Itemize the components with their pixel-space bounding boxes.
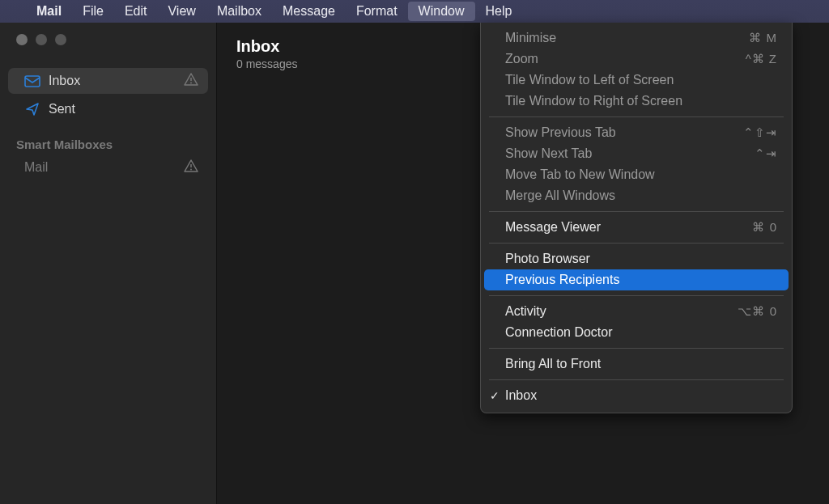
sidebar-item-inbox[interactable]: Inbox [8, 68, 208, 94]
menu-item-label: Bring All to Front [505, 357, 601, 371]
close-button[interactable] [16, 34, 28, 45]
menu-item-label: Inbox [505, 388, 537, 403]
menu-item-label: Previous Recipients [505, 273, 619, 287]
menu-message[interactable]: Message [272, 2, 346, 21]
menu-file[interactable]: File [72, 2, 114, 21]
menu-item-tile-left[interactable]: Tile Window to Left of Screen [481, 70, 792, 91]
menu-item-message-viewer[interactable]: Message Viewer ⌘ 0 [481, 217, 792, 238]
inbox-icon [24, 75, 40, 87]
menu-item-label: Connection Doctor [505, 325, 613, 340]
menu-item-minimise[interactable]: Minimise ⌘ M [481, 28, 792, 49]
menu-item-label: Merge All Windows [505, 188, 615, 203]
menu-item-photo-browser[interactable]: Photo Browser [481, 248, 792, 269]
sidebar-item-label: Inbox [49, 74, 80, 88]
sidebar-item-label: Mail [24, 160, 48, 175]
menu-item-zoom[interactable]: Zoom ^⌘ Z [481, 49, 792, 70]
menu-item-move-tab[interactable]: Move Tab to New Window [481, 164, 792, 185]
warning-icon [184, 73, 198, 89]
menu-item-label: Minimise [505, 31, 556, 45]
menu-item-tile-right[interactable]: Tile Window to Right of Screen [481, 91, 792, 112]
menu-view[interactable]: View [157, 2, 206, 21]
menu-item-shortcut: ⌘ M [749, 31, 777, 45]
window-menu-dropdown: Minimise ⌘ M Zoom ^⌘ Z Tile Window to Le… [480, 23, 793, 413]
menu-item-shortcut: ^⌘ Z [746, 52, 777, 66]
check-icon: ✓ [490, 389, 500, 402]
menu-edit[interactable]: Edit [114, 2, 158, 21]
menu-item-label: Show Next Tab [505, 146, 592, 161]
menu-item-shortcut: ⌥⌘ 0 [738, 304, 777, 319]
zoom-button[interactable] [55, 34, 66, 45]
menu-item-show-prev-tab[interactable]: Show Previous Tab ⌃⇧⇥ [481, 122, 792, 143]
menu-separator [489, 379, 784, 380]
menu-item-previous-recipients[interactable]: Previous Recipients [484, 269, 789, 290]
menu-mailbox[interactable]: Mailbox [206, 2, 272, 21]
menu-mail[interactable]: Mail [26, 2, 72, 21]
minimise-button[interactable] [36, 34, 47, 45]
menu-item-label: Tile Window to Left of Screen [505, 73, 674, 87]
menu-help[interactable]: Help [475, 2, 523, 21]
menu-item-shortcut: ⌃⇧⇥ [743, 125, 777, 140]
menu-item-label: Activity [505, 304, 546, 319]
traffic-lights [0, 34, 216, 45]
menu-item-connection-doctor[interactable]: Connection Doctor [481, 322, 792, 343]
menu-separator [489, 243, 784, 244]
sidebar-section-smart: Smart Mailboxes [0, 125, 216, 155]
sidebar-item-sent[interactable]: Sent [8, 97, 208, 121]
menu-item-shortcut: ⌃⇥ [755, 146, 777, 161]
warning-icon [184, 159, 198, 176]
svg-point-2 [190, 83, 192, 84]
sent-icon [24, 102, 40, 116]
svg-point-4 [190, 169, 192, 171]
menu-item-activity[interactable]: Activity ⌥⌘ 0 [481, 301, 792, 322]
menu-item-bring-to-front[interactable]: Bring All to Front [481, 354, 792, 375]
menu-item-show-next-tab[interactable]: Show Next Tab ⌃⇥ [481, 143, 792, 164]
menu-format[interactable]: Format [346, 2, 408, 21]
menu-separator [489, 116, 784, 117]
sidebar-item-label: Sent [49, 102, 75, 116]
menu-item-label: Move Tab to New Window [505, 167, 655, 182]
menu-window[interactable]: Window [408, 2, 475, 21]
sidebar: Inbox Sent Smart Mailboxes Mail [0, 23, 217, 504]
menu-item-inbox-window[interactable]: ✓ Inbox [481, 385, 792, 406]
svg-rect-0 [25, 76, 40, 87]
sidebar-section-mail[interactable]: Mail [8, 155, 208, 180]
menubar: Mail File Edit View Mailbox Message Form… [0, 0, 829, 23]
menu-item-label: Message Viewer [505, 220, 601, 235]
menu-separator [489, 295, 784, 296]
menu-item-label: Show Previous Tab [505, 125, 616, 140]
menu-item-shortcut: ⌘ 0 [752, 220, 777, 235]
menu-item-label: Tile Window to Right of Screen [505, 94, 682, 108]
menu-item-merge-windows[interactable]: Merge All Windows [481, 185, 792, 206]
menu-separator [489, 348, 784, 349]
menu-separator [489, 211, 784, 212]
menu-item-label: Zoom [505, 52, 538, 66]
menu-item-label: Photo Browser [505, 252, 590, 266]
